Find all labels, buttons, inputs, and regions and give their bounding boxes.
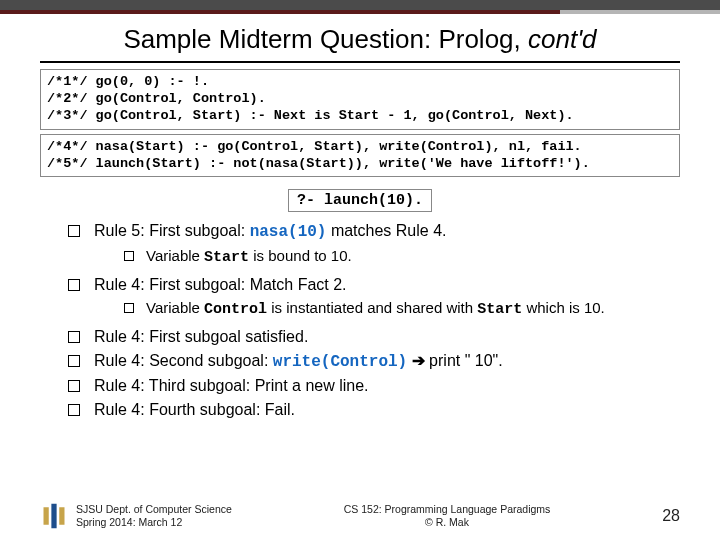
query-wrap: ?- launch(10).: [40, 189, 680, 212]
b2s-post: which is 10.: [522, 299, 605, 316]
sjsu-logo-icon: [40, 502, 68, 530]
code-block-2: /*4*/ nasa(Start) :- go(Control, Start),…: [40, 134, 680, 178]
footer-left: SJSU Dept. of Computer Science Spring 20…: [40, 502, 232, 530]
b1-pre: Rule 5: First subgoal:: [94, 222, 250, 239]
code-block-1: /*1*/ go(0, 0) :- !. /*2*/ go(Control, C…: [40, 69, 680, 130]
b1s-pre: Variable: [146, 247, 204, 264]
slide-title: Sample Midterm Question: Prolog, cont'd: [0, 14, 720, 61]
slide-body: ?- launch(10). Rule 5: First subgoal: na…: [0, 181, 720, 420]
footer-course: CS 152: Programming Language Paradigms ©…: [344, 503, 551, 528]
footer-dept-1: SJSU Dept. of Computer Science: [76, 503, 232, 516]
bullet-5: Rule 4: Third subgoal: Print a new line.: [68, 375, 680, 397]
title-contd: cont'd: [528, 24, 597, 54]
b6-text: Rule 4: Fourth subgoal: Fail.: [94, 401, 295, 418]
bullet-6: Rule 4: Fourth subgoal: Fail.: [68, 399, 680, 421]
b2-text: Rule 4: First subgoal: Match Fact 2.: [94, 276, 347, 293]
bullet-1-sub: Variable Start is bound to 10.: [94, 246, 680, 268]
footer-course-1: CS 152: Programming Language Paradigms: [344, 503, 551, 516]
b4-pre: Rule 4: Second subgoal:: [94, 352, 273, 369]
b3-text: Rule 4: First subgoal satisfied.: [94, 328, 308, 345]
svg-rect-1: [51, 504, 56, 529]
slide-topbar: [0, 0, 720, 14]
footer-dept: SJSU Dept. of Computer Science Spring 20…: [76, 503, 232, 528]
bullet-list: Rule 5: First subgoal: nasa(10) matches …: [40, 220, 680, 420]
title-main: Sample Midterm Question: Prolog,: [123, 24, 528, 54]
bullet-2-sub: Variable Control is instantiated and sha…: [94, 298, 680, 320]
b4-arrow: ➔: [407, 352, 429, 369]
b5-text: Rule 4: Third subgoal: Print a new line.: [94, 377, 369, 394]
footer-course-2: © R. Mak: [344, 516, 551, 529]
bullet-2: Rule 4: First subgoal: Match Fact 2. Var…: [68, 274, 680, 320]
b1-post: matches Rule 4.: [326, 222, 446, 239]
bullet-3: Rule 4: First subgoal satisfied.: [68, 326, 680, 348]
b1s-post: is bound to 10.: [249, 247, 352, 264]
slide-footer: SJSU Dept. of Computer Science Spring 20…: [40, 502, 680, 530]
b4-post: print " 10".: [429, 352, 503, 369]
prolog-query: ?- launch(10).: [288, 189, 432, 212]
b4-code: write(Control): [273, 353, 407, 371]
bullet-1: Rule 5: First subgoal: nasa(10) matches …: [68, 220, 680, 268]
b2s-pre: Variable: [146, 299, 204, 316]
footer-dept-2: Spring 2014: March 12: [76, 516, 232, 529]
page-number: 28: [662, 507, 680, 525]
svg-rect-2: [59, 507, 64, 525]
bullet-2-sub-1: Variable Control is instantiated and sha…: [124, 298, 680, 320]
bullet-4: Rule 4: Second subgoal: write(Control) ➔…: [68, 350, 680, 374]
title-rule: [40, 61, 680, 63]
b2s-code2: Start: [477, 301, 522, 318]
b1s-code: Start: [204, 249, 249, 266]
bullet-1-sub-1: Variable Start is bound to 10.: [124, 246, 680, 268]
svg-rect-0: [44, 507, 49, 525]
b2s-code1: Control: [204, 301, 267, 318]
b2s-mid: is instantiated and shared with: [267, 299, 477, 316]
b1-code: nasa(10): [250, 223, 327, 241]
